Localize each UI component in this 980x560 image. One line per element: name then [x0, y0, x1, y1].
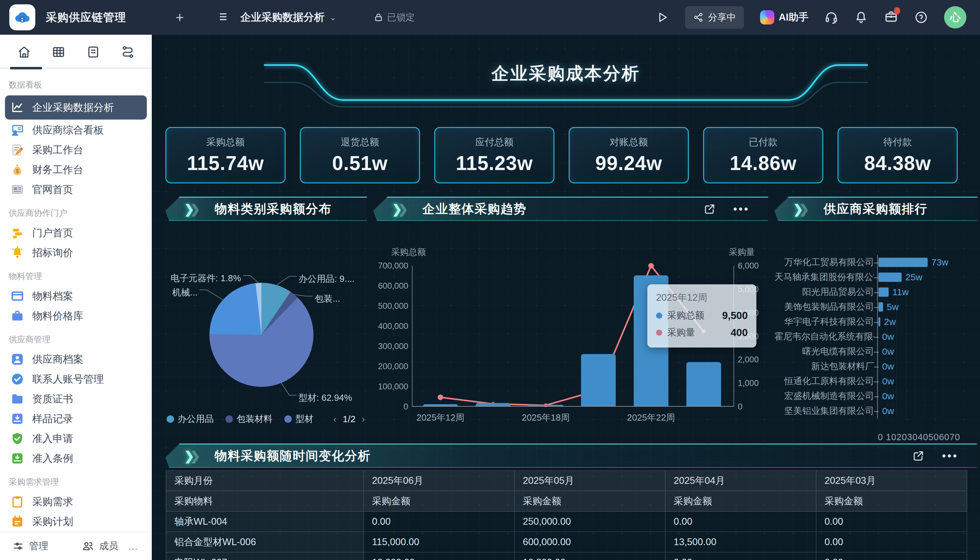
grid-tab[interactable] [50, 43, 67, 61]
sidebar-item[interactable]: $财务工作台 [5, 160, 147, 180]
legend-label: 包装材料 [237, 413, 273, 425]
ranking-row[interactable]: 华宇电子科技有限公司–2w [774, 314, 978, 329]
sidebar-item[interactable]: 采购工作台 [5, 140, 147, 160]
home-tab[interactable] [15, 43, 33, 61]
share-button[interactable]: 分享中 [685, 6, 744, 29]
ai-assistant-button[interactable]: AI助手 [760, 10, 808, 25]
ranking-row[interactable]: 宏盛机械制造有限公司–0w [774, 389, 978, 403]
bell-icon[interactable] [854, 10, 868, 24]
ranking-row[interactable]: 曙光电缆有限公司–0w [774, 344, 978, 359]
ranking-row[interactable]: 天马轴承集团股份有限公司–25w [774, 270, 978, 285]
ranking-bar[interactable] [878, 317, 880, 327]
clipboard-orange-icon [10, 495, 24, 508]
pie-chart[interactable]: 办公用品包装材料型材‹1/2› 办公用品: 9....包装...型材: 62.9… [165, 221, 367, 419]
sidebar-item[interactable]: 采购需求 [5, 492, 147, 512]
sidebar-item[interactable]: 供应商综合看板 [5, 120, 147, 140]
sidebar-item[interactable]: 官网首页 [5, 180, 147, 200]
stat-value: 14.86w [730, 152, 797, 175]
sidebar-item[interactable]: 准入条例 [5, 448, 147, 468]
help-icon[interactable] [914, 10, 928, 24]
pie-slice-label: 办公用品: 9.... [298, 273, 354, 285]
board-list-button[interactable] [218, 10, 232, 25]
pagination-next-icon[interactable]: › [362, 414, 365, 424]
workbench-button[interactable] [884, 10, 898, 25]
stat-label: 退货总额 [341, 136, 379, 149]
sidebar-item-label: 样品记录 [32, 412, 73, 426]
tooltip-series-value: 9,500 [722, 310, 748, 322]
pie-circle[interactable] [209, 283, 313, 387]
sidebar-item[interactable]: 企业采购数据分析 [5, 95, 147, 120]
open-external-icon[interactable] [912, 450, 925, 462]
new-board-button[interactable]: + [176, 9, 184, 26]
trend-bar[interactable] [581, 354, 616, 406]
legend-item[interactable]: 型材 [284, 413, 313, 425]
ranking-chart[interactable]: 万华化工贸易有限公司–73w天马轴承集团股份有限公司–25w阳光用品贸易公司–1… [774, 221, 978, 413]
sidebar-item[interactable]: 准入申请 [5, 429, 147, 448]
ranking-bar[interactable] [878, 287, 888, 297]
legend-label: 办公用品 [178, 413, 214, 425]
ranking-row[interactable]: 新达包装材料厂–0w [774, 359, 978, 374]
y-axis-tick-right: 2,000 [738, 355, 759, 365]
y-axis-tick-left: 400,000 [378, 322, 408, 331]
trend-bar[interactable] [423, 404, 458, 406]
ranking-row[interactable]: 恒通化工原料有限公司–0w [774, 374, 978, 389]
ranking-row[interactable]: 霍尼韦尔自动化系统有限公司–0w [774, 329, 978, 344]
ranking-bar[interactable] [878, 302, 883, 312]
table-header-cell: 采购金额 [364, 491, 515, 512]
ranking-row[interactable]: 阳光用品贸易公司–11w [774, 285, 978, 300]
table-row[interactable]: 轴承WL-0040.00250,000.000.000.00 [166, 512, 967, 532]
pie-slice-label: 型材: 62.94% [298, 392, 352, 404]
sidebar-more-button[interactable]: … [128, 540, 139, 552]
sidebar-item[interactable]: 联系人账号管理 [5, 369, 147, 389]
sidebar-item[interactable]: 采购计划 [5, 512, 147, 532]
stat-card: 已付款14.86w [703, 127, 823, 183]
ranking-value-label: 5w [887, 302, 898, 312]
sidebar-item[interactable]: 供应商档案 [5, 349, 147, 369]
sidebar-item[interactable]: 样品记录 [5, 409, 147, 429]
pagination-prev-icon[interactable]: ‹ [333, 414, 337, 424]
sliders-icon [12, 540, 24, 552]
trend-bar[interactable] [528, 405, 563, 406]
sidebar-item-label: 企业采购数据分析 [32, 101, 114, 115]
ranking-bar[interactable] [878, 273, 902, 282]
workspace-title[interactable]: 企业采购数据分析 [240, 10, 325, 25]
manage-label: 管理 [29, 540, 48, 553]
stat-value: 84.38w [864, 152, 931, 175]
ranking-category-label: 天马轴承集团股份有限公司 [774, 271, 874, 283]
sidebar-item[interactable]: 物料价格库 [5, 306, 147, 326]
user-avatar[interactable]: 心 [944, 6, 967, 28]
legend-item[interactable]: 办公用品 [167, 413, 214, 425]
table-header-cell: 2025年06月 [364, 471, 515, 491]
table-cell: 0.00 [666, 512, 817, 532]
open-external-icon[interactable] [703, 203, 716, 215]
more-options-icon[interactable]: ••• [942, 450, 958, 462]
play-icon[interactable] [656, 11, 669, 24]
app-logo[interactable] [9, 4, 35, 30]
table-row[interactable]: 铝合金型材WL-006115,000.00600,000.0013,500.00… [166, 532, 967, 553]
headset-icon[interactable] [825, 10, 838, 24]
document-tab[interactable] [85, 43, 102, 61]
trend-bar[interactable] [687, 362, 721, 406]
trend-bar[interactable] [476, 403, 510, 406]
ranking-row[interactable]: 美饰包装制品有限公司–5w [774, 300, 978, 314]
members-button[interactable]: 成员 [82, 540, 118, 553]
sidebar-item[interactable]: 招标询价 [5, 243, 147, 263]
manage-button[interactable]: 管理 [12, 540, 48, 553]
ranking-row[interactable]: 坚美铝业集团有限公司–0w [774, 403, 978, 418]
sidebar-item[interactable]: 物料档案 [5, 286, 147, 306]
table-header-row: 采购月份2025年06月2025年05月2025年04月2025年03月 [166, 471, 967, 491]
sidebar-item[interactable]: 门户首页 [5, 223, 147, 243]
arrow-emblem-icon: ❯❯ [793, 202, 809, 216]
ranking-bar[interactable] [878, 258, 928, 267]
left-axis-title: 采购总额 [391, 246, 426, 258]
sidebar-item[interactable]: 资质证书 [5, 389, 147, 409]
more-options-icon[interactable]: ••• [733, 203, 750, 215]
flow-tab[interactable] [119, 43, 136, 61]
sidebar-section-label: 物料管理 [5, 263, 147, 286]
chevron-down-icon[interactable]: ⌄ [330, 13, 337, 22]
sidebar-item-label: 资质证书 [32, 392, 73, 406]
legend-item[interactable]: 包装材料 [225, 413, 273, 425]
top-bar: 采购供应链管理 + 企业采购数据分析 ⌄ 已锁定 分享中 AI助手 心 [0, 0, 980, 35]
table-row[interactable]: 电阻WL-00710,000.0010,800.000.000.00 [166, 553, 967, 560]
ranking-row[interactable]: 万华化工贸易有限公司–73w [774, 255, 978, 270]
